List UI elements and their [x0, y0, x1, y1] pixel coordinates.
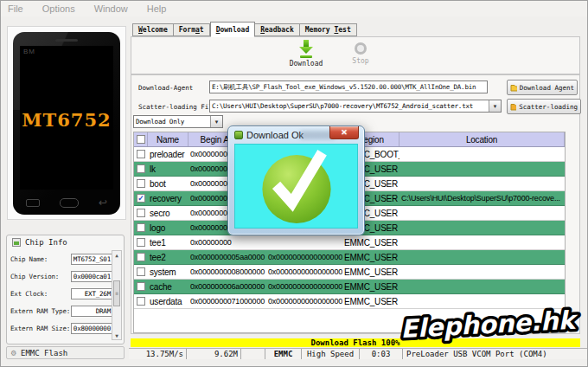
- status-cell: 0:03: [360, 349, 403, 359]
- scroll-down-icon[interactable]: ▼: [115, 332, 118, 339]
- chip-info-row: Ext Clock: EXT_26M: [10, 285, 124, 302]
- download-ok-dialog: Download Ok ✕: [227, 126, 365, 235]
- phone-screen: BM MT6752: [20, 46, 113, 190]
- phone-badge-label: BM: [23, 48, 35, 55]
- table-row-cache[interactable]: cache 0x000000006a000000 0x0000000000000…: [134, 280, 565, 294]
- emmc-flash-label: EMMC Flash: [21, 349, 67, 357]
- download-agent-label: Download-Agent: [138, 84, 193, 92]
- close-icon[interactable]: ✕: [329, 126, 359, 139]
- download-mode-value: Download Only: [134, 118, 210, 126]
- column-header-location[interactable]: Location: [399, 132, 565, 146]
- chip-info-scrollbar[interactable]: ▲ ≡ ▼: [112, 250, 122, 340]
- location: [399, 177, 565, 190]
- download-mode-combobox[interactable]: Download Only ▼: [133, 115, 223, 128]
- column-header-name[interactable]: Name: [148, 132, 189, 146]
- table-row-tee1[interactable]: tee1 0x00000000 EMMC_USER: [134, 235, 565, 250]
- tab-readback[interactable]: Readback: [255, 23, 300, 36]
- emmc-flash-section[interactable]: ⚙ EMMC Flash: [6, 346, 125, 359]
- row-checkbox[interactable]: ✓: [137, 194, 145, 203]
- download-arrow-icon: [297, 40, 315, 59]
- watermark-text: Elephone.hk: [399, 305, 579, 344]
- row-checkbox[interactable]: [137, 150, 145, 158]
- success-check-icon: [259, 146, 335, 226]
- stop-tool-label: Stop: [352, 57, 368, 65]
- tab-welcome[interactable]: Welcome: [132, 23, 174, 36]
- tab-format[interactable]: Format: [174, 23, 210, 36]
- location: C:\Users\HUI\Desktop\SuperSU\p7000-recov…: [399, 191, 565, 205]
- partition-name: secro: [148, 206, 189, 220]
- row-checkbox[interactable]: [137, 253, 145, 261]
- menu-bar: File Options Window Help: [1, 1, 588, 16]
- download-agent-button-label: Download Agent: [520, 84, 574, 92]
- phone-speaker: [55, 39, 78, 42]
- region: EMMC_USER: [342, 280, 399, 293]
- select-all-checkbox[interactable]: [137, 135, 145, 144]
- phone-image: BM MT6752 ↩: [13, 32, 120, 215]
- location: [399, 280, 565, 293]
- row-checkbox[interactable]: [137, 297, 145, 306]
- download-button[interactable]: Download: [280, 40, 332, 68]
- gear-icon: ⚙: [11, 349, 16, 357]
- phone-chipset-label: MT6752: [20, 109, 113, 131]
- end-address: 0x0000000000000000: [266, 250, 342, 264]
- chip-field-value: MT6752_S01: [71, 254, 113, 265]
- download-agent-button[interactable]: Download Agent: [507, 80, 578, 95]
- end-address: [266, 235, 342, 249]
- location: [399, 221, 565, 235]
- row-checkbox[interactable]: [137, 282, 145, 291]
- chip-field-label: Chip Version:: [10, 273, 71, 280]
- location: [399, 265, 565, 279]
- chip-field-label: Extern RAM Size:: [10, 325, 71, 332]
- location: [399, 250, 565, 264]
- tab-memory-test[interactable]: Memory Test: [300, 23, 357, 36]
- tab-download[interactable]: Download: [210, 22, 256, 37]
- dialog-app-icon: [234, 131, 243, 139]
- phone-nav-buttons: ↩: [13, 196, 120, 209]
- menu-item-window[interactable]: Window: [94, 3, 128, 14]
- phone-menu-icon: [26, 199, 40, 207]
- chevron-down-icon[interactable]: ▼: [210, 116, 222, 127]
- chip-info-row: Chip Version: 0x0000ca01: [10, 267, 124, 285]
- chip-info-title: Chip Info: [25, 238, 67, 247]
- folder-icon: [510, 83, 517, 92]
- chip-info-row: Extern RAM Type: DRAM: [10, 302, 124, 319]
- menu-item-file[interactable]: File: [8, 3, 23, 14]
- partition-name: system: [148, 265, 189, 279]
- download-agent-input[interactable]: [209, 80, 488, 93]
- chip-icon: [12, 238, 21, 247]
- partition-name: preloader: [148, 147, 189, 161]
- table-row-tee2[interactable]: tee2 0x0000000005aa0000 0x00000000000000…: [134, 250, 565, 265]
- end-address: 0x0000000000000000: [266, 280, 342, 293]
- table-row-system[interactable]: system 0x0000000008000000 0x000000000000…: [134, 265, 565, 280]
- row-checkbox[interactable]: [137, 267, 145, 276]
- row-checkbox[interactable]: [137, 209, 145, 217]
- stop-button[interactable]: Stop: [339, 40, 382, 65]
- dialog-content: [234, 144, 358, 229]
- row-checkbox[interactable]: [137, 223, 145, 232]
- scatter-loading-button-label: Scatter-loading: [519, 103, 578, 111]
- begin-address: 0x0000000005aa0000: [189, 250, 266, 264]
- chip-field-value: DRAM: [71, 306, 113, 317]
- scatter-file-combobox[interactable]: C:\Users\HUI\Desktop\SuperSU\p7000-recov…: [209, 100, 502, 113]
- scatter-loading-button[interactable]: Scatter-loading: [507, 99, 581, 114]
- watermark-logo: Elephone.hk: [392, 304, 584, 345]
- location: [399, 162, 565, 176]
- region: EMMC_USER: [342, 235, 399, 249]
- row-checkbox[interactable]: [137, 164, 145, 173]
- status-cell: PreLoader USB VCOM Port (COM4): [403, 349, 588, 359]
- scatter-file-value: C:\Users\HUI\Desktop\SuperSU\p7000-recov…: [210, 102, 489, 110]
- chip-field-value: 0x80000000: [71, 323, 113, 334]
- status-cell: [241, 349, 265, 359]
- scroll-up-icon[interactable]: ▲: [115, 251, 118, 259]
- scrollbar-thumb[interactable]: ≡: [113, 280, 120, 306]
- phone-back-icon: ↩: [99, 197, 107, 208]
- row-checkbox[interactable]: [137, 179, 145, 188]
- chevron-down-icon[interactable]: ▼: [489, 100, 501, 112]
- menu-item-help[interactable]: Help: [147, 3, 167, 14]
- row-checkbox[interactable]: [137, 238, 145, 247]
- dialog-titlebar[interactable]: Download Ok ✕: [228, 126, 364, 144]
- partition-name: boot: [148, 177, 189, 190]
- menu-item-options[interactable]: Options: [42, 3, 75, 14]
- dialog-title: Download Ok: [246, 130, 304, 140]
- toolbar: Download Stop: [131, 36, 580, 74]
